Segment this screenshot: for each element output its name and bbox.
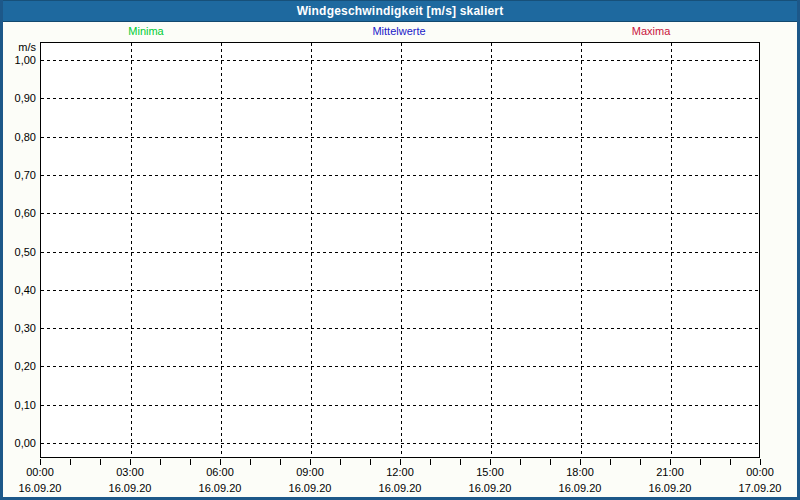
x-axis-tick — [40, 459, 41, 465]
x-axis-tick — [100, 459, 101, 465]
legend-minima: Minima — [128, 25, 163, 38]
x-axis-tick — [250, 459, 251, 465]
x-axis-tick — [550, 459, 551, 465]
x-tick-date-label: 16.09.20 — [368, 482, 432, 494]
x-axis-tick — [310, 459, 311, 465]
x-tick-date-label: 17.09.20 — [728, 482, 792, 494]
x-axis-tick — [160, 459, 161, 465]
window-border-left — [0, 0, 3, 500]
x-tick-date-label: 16.09.20 — [638, 482, 702, 494]
x-axis-tick — [70, 459, 71, 465]
chart-window: Windgeschwindigkeit [m/s] skaliert Minim… — [0, 0, 800, 500]
y-tick-label: 0,20 — [0, 360, 36, 373]
x-tick-time-label: 03:00 — [100, 466, 160, 478]
x-tick-date-label: 16.09.20 — [458, 482, 522, 494]
x-axis-tick — [400, 459, 401, 465]
y-tick-label: 1,00 — [0, 54, 36, 67]
x-axis-tick — [610, 459, 611, 465]
x-axis-tick — [460, 459, 461, 465]
x-axis-tick — [190, 459, 191, 465]
x-axis-tick — [430, 459, 431, 465]
y-tick-label: 0,30 — [0, 322, 36, 335]
x-axis-tick — [280, 459, 281, 465]
plot-area — [40, 42, 760, 458]
x-tick-time-label: 06:00 — [190, 466, 250, 478]
y-tick-label: 0,00 — [0, 437, 36, 450]
x-tick-date-label: 16.09.20 — [188, 482, 252, 494]
x-tick-date-label: 16.09.20 — [278, 482, 342, 494]
x-tick-time-label: 18:00 — [550, 466, 610, 478]
x-axis-tick — [130, 459, 131, 465]
y-tick-label: 0,10 — [0, 399, 36, 412]
x-axis-tick — [340, 459, 341, 465]
x-axis-tick — [640, 459, 641, 465]
x-axis-tick — [760, 459, 761, 465]
x-tick-time-label: 00:00 — [10, 466, 70, 478]
x-axis-tick — [580, 459, 581, 465]
y-tick-label: 0,70 — [0, 169, 36, 182]
y-tick-label: 0,80 — [0, 131, 36, 144]
y-tick-label: 0,60 — [0, 207, 36, 220]
y-tick-label: 0,50 — [0, 246, 36, 259]
x-axis-tick — [490, 459, 491, 465]
x-axis-tick — [520, 459, 521, 465]
x-tick-date-label: 16.09.20 — [548, 482, 612, 494]
title-bar: Windgeschwindigkeit [m/s] skaliert — [0, 0, 800, 22]
x-axis-tick — [370, 459, 371, 465]
x-axis-tick — [670, 459, 671, 465]
y-tick-label: 0,90 — [0, 92, 36, 105]
chart-title: Windgeschwindigkeit [m/s] skaliert — [297, 4, 504, 18]
y-axis-unit-label: m/s — [0, 41, 36, 54]
x-tick-time-label: 00:00 — [730, 466, 790, 478]
x-axis-tick — [730, 459, 731, 465]
x-axis-tick — [220, 459, 221, 465]
x-tick-time-label: 21:00 — [640, 466, 700, 478]
legend-mittelwerte: Mittelwerte — [372, 25, 425, 38]
plot-grid — [41, 43, 759, 457]
x-tick-time-label: 15:00 — [460, 466, 520, 478]
x-tick-date-label: 16.09.20 — [98, 482, 162, 494]
x-tick-date-label: 16.09.20 — [8, 482, 72, 494]
y-tick-label: 0,40 — [0, 284, 36, 297]
x-tick-time-label: 12:00 — [370, 466, 430, 478]
x-tick-time-label: 09:00 — [280, 466, 340, 478]
x-axis-tick — [700, 459, 701, 465]
legend-maxima: Maxima — [632, 25, 671, 38]
